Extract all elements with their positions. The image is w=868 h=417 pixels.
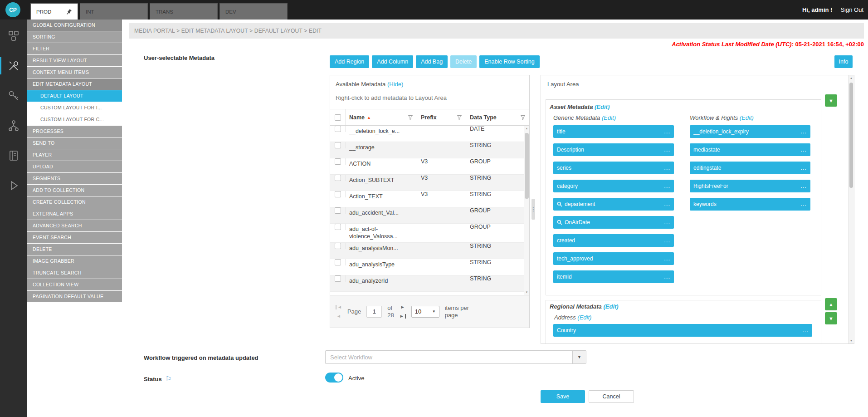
row-checkbox[interactable]	[335, 275, 341, 282]
scroll-up-icon[interactable]: ▲	[848, 77, 854, 79]
layout-scrollbar-thumb[interactable]	[849, 83, 853, 188]
delete-button[interactable]: Delete	[450, 55, 477, 68]
next-page-button[interactable]: ►	[400, 305, 405, 309]
scroll-up-icon[interactable]: ▲	[524, 127, 529, 130]
sign-out-link[interactable]: Sign Out	[840, 6, 863, 13]
sidebar-item-result-view-layout[interactable]: RESULT VIEW LAYOUT	[27, 55, 122, 66]
rail-player-icon[interactable]	[0, 177, 27, 195]
more-handle-icon[interactable]: ...	[800, 148, 807, 152]
sidebar-item-event-search[interactable]: EVENT SEARCH	[27, 232, 122, 243]
row-checkbox[interactable]	[335, 142, 341, 148]
sidebar-item-send-to[interactable]: SEND TO	[27, 137, 122, 149]
more-handle-icon[interactable]: ...	[800, 184, 807, 188]
save-button[interactable]: Save	[541, 390, 585, 403]
cancel-button[interactable]: Cancel	[589, 390, 634, 403]
metadata-row[interactable]: adu_analyzerIdSTRING	[330, 275, 524, 292]
layout-field-editingstate[interactable]: editingstate...	[690, 162, 810, 174]
layout-field-created[interactable]: created...	[553, 234, 674, 247]
edit-asset-metadata-link[interactable]: (Edit)	[595, 103, 610, 110]
sidebar-item-sorting[interactable]: SORTING	[27, 31, 122, 43]
more-handle-icon[interactable]: ...	[664, 257, 670, 260]
page-size-select[interactable]: 10 ▼	[411, 306, 439, 318]
more-handle-icon[interactable]: ...	[664, 130, 670, 133]
env-tab-int[interactable]: INT	[80, 3, 148, 20]
sidebar-item-context-menu-items[interactable]: CONTEXT MENU ITEMS	[27, 67, 122, 78]
row-checkbox[interactable]	[335, 158, 341, 165]
more-handle-icon[interactable]: ...	[800, 130, 807, 133]
sidebar-item-default-layout[interactable]: DEFAULT LAYOUT	[27, 90, 122, 102]
env-tab-trans[interactable]: TRANS	[150, 3, 218, 20]
rail-catalog-icon[interactable]	[0, 147, 27, 165]
sidebar-item-image-grabber[interactable]: IMAGE GRABBER	[27, 255, 122, 267]
edit-regional-metadata-link[interactable]: (Edit)	[603, 303, 618, 310]
move-region-down-button[interactable]: ▼	[825, 312, 837, 324]
row-checkbox[interactable]	[335, 243, 341, 249]
page-number-input[interactable]: 1	[366, 306, 382, 318]
hide-link[interactable]: (Hide)	[387, 81, 403, 88]
app-logo[interactable]: CP	[5, 2, 20, 17]
sidebar-item-truncate-search[interactable]: TRUNCATE SEARCH	[27, 267, 122, 279]
more-handle-icon[interactable]: ...	[664, 148, 670, 152]
metadata-row[interactable]: adu_accident_Val...GROUP	[330, 207, 524, 224]
panel-splitter-handle[interactable]: ⋮	[532, 199, 535, 220]
name-column-header[interactable]: Name ▲	[346, 109, 417, 125]
last-page-button[interactable]: ►	[400, 314, 406, 319]
row-checkbox[interactable]	[335, 126, 341, 132]
scroll-down-icon[interactable]: ▼	[848, 339, 854, 342]
add-region-button[interactable]: Add Region	[330, 55, 369, 68]
metadata-row[interactable]: Action_SUBTEXTV3STRING	[330, 175, 524, 191]
sidebar-item-pagination-default-value[interactable]: PAGINATION DEFAULT VALUE	[27, 291, 122, 302]
row-checkbox[interactable]	[335, 191, 341, 197]
prefix-column-header[interactable]: Prefix	[417, 109, 466, 125]
row-checkbox[interactable]	[335, 224, 341, 230]
layout-field-onairdate[interactable]: OnAirDate...	[553, 216, 674, 229]
edit-address-link[interactable]: (Edit)	[577, 314, 591, 321]
sidebar-item-custom-layout-for-c[interactable]: CUSTOM LAYOUT FOR C...	[27, 114, 122, 125]
metadata-row[interactable]: Action_TEXTV3STRING	[330, 191, 524, 207]
sidebar-item-external-apps[interactable]: EXTERNAL APPS	[27, 208, 122, 220]
edit-generic-metadata-link[interactable]: (Edit)	[602, 114, 616, 121]
info-button[interactable]: Info	[834, 55, 853, 68]
sidebar-item-upload[interactable]: UPLOAD	[27, 161, 122, 172]
flag-icon[interactable]: ⚐	[166, 375, 171, 383]
grid-scrollbar[interactable]: ▲ ▼	[524, 126, 529, 295]
sidebar-item-player[interactable]: PLAYER	[27, 149, 122, 161]
rail-tools-icon[interactable]	[0, 57, 27, 75]
workflow-select[interactable]: Select Workflow ▼	[325, 350, 586, 364]
more-handle-icon[interactable]: ...	[664, 184, 670, 188]
sidebar-item-edit-metadata-layout[interactable]: EDIT METADATA LAYOUT	[27, 78, 122, 90]
sidebar-item-custom-layout-for-i[interactable]: CUSTOM LAYOUT FOR I...	[27, 102, 122, 113]
layout-field-series[interactable]: series...	[553, 162, 674, 174]
dropdown-arrow-icon[interactable]: ▼	[572, 351, 586, 363]
scroll-down-icon[interactable]: ▼	[524, 291, 529, 294]
first-page-button[interactable]: ◄	[336, 305, 342, 309]
add-bag-button[interactable]: Add Bag	[416, 55, 448, 68]
more-handle-icon[interactable]: ...	[800, 166, 807, 170]
layout-field-category[interactable]: category...	[553, 180, 674, 192]
move-region-up-button[interactable]: ▲	[825, 298, 837, 310]
edit-workflow-rights-link[interactable]: (Edit)	[740, 114, 754, 121]
env-tab-dev[interactable]: DEV	[219, 3, 288, 20]
layout-field-rightsfreefor[interactable]: RightsFreeFor...	[690, 180, 810, 192]
more-handle-icon[interactable]: ...	[664, 239, 670, 242]
layout-field-mediastate[interactable]: mediastate...	[690, 143, 810, 156]
add-column-button[interactable]: Add Column	[372, 55, 413, 68]
filter-icon[interactable]	[457, 115, 462, 120]
sidebar-item-processes[interactable]: PROCESSES	[27, 126, 122, 137]
rail-hierarchy-icon[interactable]	[0, 117, 27, 135]
select-all-checkbox[interactable]	[335, 114, 341, 121]
sidebar-item-advanced-search[interactable]: ADVANCED SEARCH	[27, 220, 122, 231]
prev-page-button[interactable]: ◄	[336, 314, 341, 319]
sidebar-item-collection-view[interactable]: COLLECTION VIEW	[27, 279, 122, 290]
row-checkbox[interactable]	[335, 207, 341, 214]
sidebar-item-create-collection[interactable]: CREATE COLLECTION	[27, 196, 122, 208]
more-handle-icon[interactable]: ...	[664, 275, 670, 279]
filter-icon[interactable]	[520, 115, 526, 120]
row-checkbox[interactable]	[335, 175, 341, 181]
layout-field-country[interactable]: Country...	[553, 324, 812, 337]
metadata-row[interactable]: __storageSTRING	[330, 142, 524, 158]
sidebar-item-add-to-collection[interactable]: ADD TO COLLECTION	[27, 185, 122, 196]
env-tab-prod[interactable]: PROD	[30, 3, 78, 20]
layout-field-itemid[interactable]: itemId...	[553, 270, 674, 283]
more-handle-icon[interactable]: ...	[664, 166, 670, 170]
